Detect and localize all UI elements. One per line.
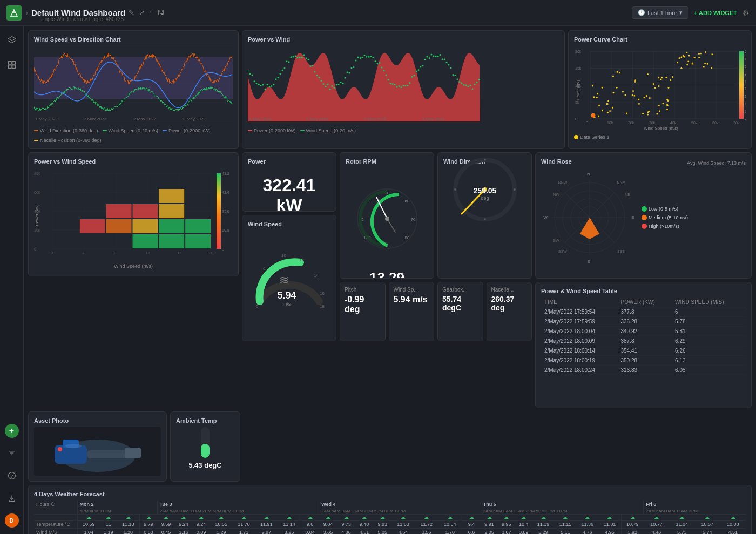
upload-icon[interactable]: ↑ [149, 9, 153, 17]
svg-text:NW: NW [553, 193, 559, 197]
sidebar-item-export[interactable] [4, 491, 19, 506]
power-wind-table-title: Power & Wind Speed Table [541, 288, 746, 294]
power-curve-card: Power Curve Chart Data Series 1 [568, 30, 752, 149]
wind-rose-avg: Avg. Wind Speed: 7.13 m/s [687, 160, 746, 166]
pitch-wind-row: Pitch -0.99 deg Wind Sp.. 5.94 m/s [340, 282, 434, 341]
svg-rect-70 [125, 448, 141, 458]
svg-point-39 [514, 188, 516, 191]
rotor-rpm-card: Rotor RPM 50 60 70 80 90 100 [340, 152, 434, 279]
power-table-body: 2/May/2022 17:59:54377.862/May/2022 17:5… [541, 307, 746, 375]
weather-wind-row: Wind M/S1.041.191.280.530.451.160.891.29… [34, 529, 746, 535]
svg-text:14: 14 [314, 273, 319, 278]
weather-fri-header: Fri 6 [644, 501, 746, 508]
weather-thu-header: Thu 5 [481, 501, 644, 508]
weather-table: Hours ⏱ Mon 2 Tue 3 Wed 4 Thu 5 Fri 6 5P… [34, 501, 746, 534]
table-row: 2/May/2022 18:00:24316.836.05 [541, 366, 746, 375]
svg-text:0: 0 [256, 304, 259, 309]
wind-rose-title: Wind Rose [541, 158, 572, 165]
table-row: 2/May/2022 18:00:09387.86.29 [541, 336, 746, 346]
user-avatar[interactable]: D [5, 513, 19, 528]
wind-speed-direction-card: Wind Speed vs Direction Chart Wind Direc… [28, 30, 239, 149]
sidebar-bottom: + ? D [4, 424, 19, 534]
svg-text:SSE: SSE [617, 249, 625, 253]
svg-rect-69 [87, 450, 130, 458]
middle-col: Power 322.41 kW Wind Speed [242, 152, 336, 341]
edit-icon[interactable]: ✎ [129, 9, 134, 17]
rotor-rpm-title: Rotor RPM [346, 158, 428, 165]
wind-speed-chart-title: Wind Speed vs Direction Chart [34, 36, 233, 43]
wind-rose-card: Wind Rose Avg. Wind Speed: 7.13 m/s N S … [535, 152, 752, 279]
time-filter-button[interactable]: 🕐 Last 1 hour ▾ [632, 6, 688, 19]
svg-text:80: 80 [404, 235, 409, 240]
wind-dir-col: Wind Direction [437, 152, 532, 341]
svg-text:E: E [631, 215, 634, 220]
wind-direction-card: Wind Direction [437, 152, 532, 279]
sidebar-item-layers[interactable] [4, 32, 19, 48]
asset-photo-title: Asset Photo [34, 417, 161, 424]
weather-mon-hours: 5PM 8PM 11PM [77, 508, 157, 515]
svg-text:SW: SW [553, 239, 559, 242]
svg-text:deg: deg [481, 195, 489, 201]
wind-sp-card: Wind Sp.. 5.94 m/s [389, 282, 435, 341]
wind-speed-gauge-card: Wind Speed ≋ 5.94 m/s 0 [242, 215, 336, 341]
asset-photo-container [34, 427, 161, 476]
rotor-col: Rotor RPM 50 60 70 80 90 100 [340, 152, 434, 341]
svg-text:W: W [543, 215, 548, 220]
weather-wed-header: Wed 4 [319, 501, 481, 508]
power-wind-table: TIME POWER (KW) WIND SPEED (M/S) 2/May/2… [541, 298, 746, 375]
power-card: Power 322.41 kW [242, 152, 336, 212]
wind-rose-header: Wind Rose Avg. Wind Speed: 7.13 m/s [541, 158, 746, 168]
add-widget-button[interactable]: + ADD WIDGET [694, 10, 737, 16]
wind-speed-legend: Wind Direction (0-360 deg) Wind Speed (0… [34, 128, 233, 143]
power-value: 322.41 kW [248, 175, 330, 212]
weather-table-body: ☁☁☁☁☁☁☁☁☁☁☁☁☁☁☁☁☁☁☁☁☁☁☁☁☁☁☁☁☁☁☁☁Temperat… [34, 515, 746, 535]
asset-photo-card: Asset Photo [28, 411, 167, 482]
weather-title: 4 Days Weather Forecast [34, 491, 746, 497]
svg-text:NE: NE [625, 193, 630, 197]
wind-speed-chart-area [34, 46, 233, 126]
clock-icon: 🕐 [638, 9, 645, 16]
ambient-temp-title: Ambient Temp [176, 417, 234, 424]
svg-text:5.94: 5.94 [277, 290, 296, 301]
breadcrumb: Engle Wind Farm > Engle_#80736 [41, 16, 124, 22]
svg-text:N: N [587, 172, 590, 177]
nacelle-title: Nacelle .. [491, 287, 528, 293]
share-icon[interactable]: ⤢ [139, 9, 145, 17]
time-filter-label: Last 1 hour [647, 10, 677, 16]
weather-wed-hours: 2AM 5AM 8AM 11AM 2PM 5PM 8PM 11PM [319, 508, 481, 515]
add-button[interactable]: + [5, 424, 19, 438]
table-row: 2/May/2022 18:00:14354.416.26 [541, 346, 746, 356]
rotor-rpm-value: 13.29 [346, 269, 428, 279]
weather-tue-header: Tue 3 [157, 501, 319, 508]
power-vs-wind-xlabel: Wind Speed (m/s) [34, 263, 233, 269]
wind-speed-gauge-title: Wind Speed [248, 221, 330, 227]
table-header-power: POWER (KW) [617, 298, 672, 307]
weather-temp-row: Temperature °C10.591111.139.799.599.249.… [34, 521, 746, 529]
svg-point-71 [58, 447, 62, 451]
nav-chevron: › [26, 9, 28, 17]
sidebar-item-grid[interactable] [4, 57, 19, 72]
weather-mon-header: Mon 2 [77, 501, 157, 508]
table-row: 2/May/2022 17:59:54377.86 [541, 307, 746, 317]
wind-sp-title: Wind Sp.. [394, 287, 430, 293]
wind-direction-compass: 259.05 deg [443, 168, 526, 211]
sidebar-item-filter[interactable] [4, 445, 19, 461]
ambient-temp-card: Ambient Temp 5.43 degC [170, 411, 240, 482]
table-row: 2/May/2022 18:00:04340.925.81 [541, 327, 746, 336]
svg-point-38 [484, 159, 486, 161]
wind-rose-content: N S W E NNE NE NNW NW SW SSE SSW [541, 168, 746, 267]
sidebar-item-help[interactable]: ? [4, 468, 19, 483]
rotor-gauge: 50 60 70 80 90 100 30 40 [346, 168, 428, 269]
top-bar-right: 🕐 Last 1 hour ▾ + ADD WIDGET ⚙ [632, 6, 750, 19]
svg-point-35 [385, 217, 389, 221]
weather-fri-hours: 2AM 5AM 8AM 11AM 2PM [644, 508, 746, 515]
pitch-title: Pitch [345, 287, 381, 293]
gearbox-card: Gearbox.. 55.74 degC [437, 282, 483, 341]
power-wind-chart-area [248, 46, 559, 126]
settings-icon[interactable]: ⚙ [742, 9, 750, 17]
row-filler [244, 411, 752, 482]
svg-text:12: 12 [299, 258, 304, 262]
save-icon[interactable]: 🖫 [157, 9, 164, 17]
gearbox-nacelle-row: Gearbox.. 55.74 degC Nacelle .. 260.37 d… [437, 282, 532, 341]
power-wind-table-card: Power & Wind Speed Table TIME POWER (KW)… [535, 282, 752, 408]
